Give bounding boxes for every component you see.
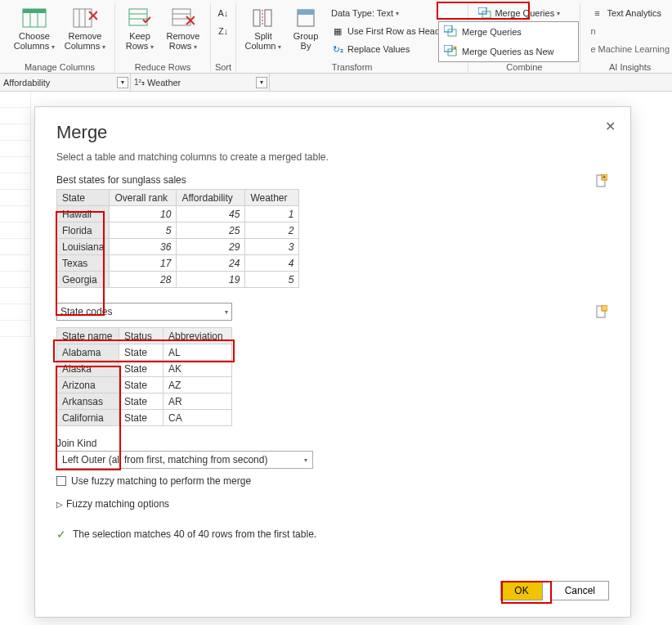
fuzzy-options-label: Fuzzy matching options — [66, 498, 169, 510]
expand-query-icon[interactable] — [596, 305, 609, 318]
table-row: Hawaii10451 — [57, 206, 299, 223]
vision-button-partial[interactable]: n — [587, 23, 672, 39]
merge-queries-button[interactable]: Merge Queries▾ — [475, 5, 573, 21]
split-column-button[interactable]: SplitColumn▾ — [243, 5, 284, 53]
table1-preview: State Overall rank Affordability Weather… — [56, 189, 299, 288]
column-affordability-label: Affordability — [3, 78, 50, 88]
data-grid-header: Affordability ▾ 1²₃ Weather ▾ — [0, 74, 672, 92]
group-sort: A↓ Z↓ Sort — [211, 3, 236, 74]
remove-rows-icon — [170, 7, 196, 29]
fuzzy-matching-checkbox-row[interactable]: Use fuzzy matching to perform the merge — [56, 475, 609, 487]
table2-dropdown[interactable]: State codes ▾ — [56, 303, 232, 321]
expand-query-icon[interactable]: + — [596, 174, 609, 187]
table-row: AlaskaStateAK — [57, 361, 232, 377]
table-row: Louisiana36293 — [57, 239, 299, 255]
merge-icon — [478, 7, 491, 20]
sort-desc-icon: Z↓ — [218, 26, 228, 36]
table-row: ArkansasStateAR — [57, 393, 232, 410]
fuzzy-options-expander[interactable]: ▷Fuzzy matching options — [56, 498, 609, 510]
checkbox-icon — [56, 476, 66, 486]
merge-queries-item[interactable]: Merge Queries — [439, 22, 578, 42]
remove-rows-button[interactable]: RemoveRows▾ — [163, 5, 204, 53]
table1-col-affordability[interactable]: Affordability — [177, 190, 245, 206]
chevron-down-icon: ▾ — [304, 456, 307, 464]
first-row-headers-label: Use First Row as Headers — [347, 26, 452, 36]
svg-rect-9 — [129, 9, 147, 25]
svg-rect-18 — [265, 10, 271, 26]
data-type-button[interactable]: Data Type: Text▾ — [328, 5, 461, 21]
table-columns-icon — [21, 7, 47, 29]
join-kind-label: Join Kind — [56, 438, 609, 449]
merge-dialog: ✕ Merge Select a table and matching colu… — [34, 106, 631, 618]
remove-columns-button[interactable]: RemoveColumns▾ — [62, 5, 108, 53]
merge-new-icon: ★ — [444, 45, 457, 58]
group-by-button[interactable]: GroupBy — [289, 5, 323, 52]
table1-label: Best states for sunglass sales — [56, 174, 186, 186]
close-button[interactable]: ✕ — [605, 119, 616, 134]
group-by-icon — [293, 7, 319, 29]
combine-group-label: Combine — [506, 62, 542, 74]
table1-col-state[interactable]: State — [57, 190, 110, 206]
keep-rows-button[interactable]: KeepRows▾ — [122, 5, 158, 53]
table-row: ArizonaStateAZ — [57, 377, 232, 393]
join-kind-dropdown[interactable]: Left Outer (all from first, matching fro… — [56, 451, 313, 469]
filter-button[interactable]: ▾ — [117, 77, 128, 88]
join-kind-value: Left Outer (all from first, matching fro… — [62, 454, 267, 465]
group-reduce-rows: KeepRows▾ RemoveRows▾ Reduce Rows — [115, 3, 211, 74]
sort-asc-icon: A↓ — [218, 8, 229, 18]
merge-queries-dropdown: Merge Queries ★ Merge Queries as New — [438, 21, 579, 62]
table2-col-status[interactable]: Status — [119, 328, 164, 344]
triangle-right-icon: ▷ — [56, 500, 63, 509]
split-column-icon — [250, 7, 276, 29]
table1-col-weather[interactable]: Weather — [245, 190, 299, 206]
table2-header-row: State name Status Abbreviation — [57, 328, 232, 344]
column-weather-label: Weather — [147, 78, 181, 88]
column-header-weather[interactable]: 1²₃ Weather ▾ — [131, 74, 270, 91]
dialog-subtitle: Select a table and matching columns to c… — [56, 151, 609, 163]
choose-columns-button[interactable]: ChooseColumns▾ — [11, 5, 57, 53]
table1-col-overall-rank[interactable]: Overall rank — [110, 190, 177, 206]
reduce-rows-group-label: Reduce Rows — [135, 62, 190, 74]
table2-col-abbreviation[interactable]: Abbreviation — [164, 328, 232, 344]
table-header-icon: ▦ — [331, 25, 344, 38]
match-status: ✓ The selection matches 40 of 40 rows fr… — [56, 528, 609, 541]
match-status-text: The selection matches 40 of 40 rows from… — [73, 528, 316, 540]
azure-ml-label-partial: e Machine Learning — [590, 44, 670, 54]
ai-insights-group-label: AI Insights — [609, 62, 651, 74]
sort-group-label: Sort — [215, 62, 231, 74]
checkmark-icon: ✓ — [56, 528, 66, 541]
sort-asc-button[interactable]: A↓ — [214, 5, 232, 21]
choose-columns-label: ChooseColumns▾ — [14, 31, 55, 52]
remove-rows-label: RemoveRows▾ — [167, 31, 200, 52]
group-transform: SplitColumn▾ GroupBy Data Type: Text▾ ▦ … — [236, 3, 468, 74]
text-analytics-button[interactable]: ≡ Text Analytics — [587, 5, 672, 21]
filter-button[interactable]: ▾ — [256, 77, 267, 88]
table-row: Texas17244 — [57, 255, 299, 272]
table-row: CaliforniaStateCA — [57, 410, 232, 426]
replace-icon: ↻₂ — [331, 43, 344, 56]
sort-desc-button[interactable]: Z↓ — [214, 23, 232, 39]
remove-columns-icon — [72, 7, 98, 29]
table-row: Georgia28195 — [57, 272, 299, 288]
svg-text:+: + — [603, 174, 606, 180]
svg-rect-33 — [602, 305, 607, 311]
merge-queries-as-new-item[interactable]: ★ Merge Queries as New — [439, 42, 578, 61]
azure-ml-button-partial[interactable]: e Machine Learning — [587, 41, 672, 57]
replace-values-label: Replace Values — [347, 44, 410, 54]
table2-dropdown-value: State codes — [60, 306, 112, 317]
table-row: AlabamaStateAL — [57, 344, 232, 361]
cancel-button[interactable]: Cancel — [551, 581, 609, 600]
split-column-label: SplitColumn▾ — [245, 31, 282, 52]
data-type-label: Data Type: Text — [331, 8, 393, 18]
ok-button[interactable]: OK — [500, 581, 542, 600]
grid-row-gutter — [0, 92, 31, 620]
merge-queries-label: Merge Queries — [495, 8, 554, 18]
vision-label-partial: n — [590, 26, 595, 36]
table-row: Florida5252 — [57, 223, 299, 239]
dialog-title: Merge — [56, 122, 609, 143]
column-header-affordability[interactable]: Affordability ▾ — [0, 74, 131, 91]
number-type-icon: 1²₃ — [134, 78, 145, 87]
group-manage-columns: ChooseColumns▾ RemoveColumns▾ Manage Col… — [5, 3, 115, 74]
keep-rows-label: KeepRows▾ — [126, 31, 155, 52]
table2-col-state-name[interactable]: State name — [57, 328, 119, 344]
